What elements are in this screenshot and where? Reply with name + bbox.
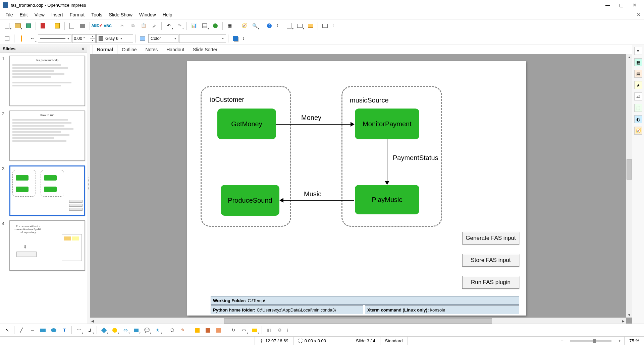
block-arrows-button[interactable]: ⬄ bbox=[120, 325, 130, 335]
area-button[interactable] bbox=[138, 33, 148, 44]
ellipse-tool-button[interactable] bbox=[49, 325, 59, 335]
export-pdf-button[interactable] bbox=[38, 21, 48, 31]
help-button[interactable]: ? bbox=[264, 21, 274, 31]
from-file-button[interactable] bbox=[203, 325, 213, 335]
new-doc-button[interactable] bbox=[2, 21, 12, 31]
print-preview-button[interactable] bbox=[67, 21, 77, 31]
print-button[interactable] bbox=[77, 21, 88, 31]
line-fill-toolbar-overflow[interactable]: ⁞ bbox=[241, 33, 246, 44]
text-tool-button[interactable]: T bbox=[59, 325, 69, 335]
arrange-button[interactable] bbox=[2, 33, 12, 44]
cut-button[interactable]: ✂ bbox=[117, 21, 127, 31]
minimize-button[interactable]: — bbox=[601, 1, 614, 9]
arrow-payment-status[interactable] bbox=[387, 139, 387, 184]
slide-thumb-2[interactable]: 2 How to run bbox=[2, 111, 85, 161]
spellcheck-button[interactable]: ABC✔ bbox=[92, 21, 102, 31]
custom-animation-icon[interactable]: ★ bbox=[634, 81, 642, 89]
activity-play-music[interactable]: PlayMusic bbox=[355, 185, 419, 214]
line-width-spinner[interactable]: 0.00 " ▲▼ bbox=[72, 34, 96, 43]
vertical-scroll-thumb[interactable] bbox=[627, 159, 632, 180]
run-fas-plugin-button[interactable]: Run FAS plugin bbox=[462, 276, 519, 289]
arrow-style-button[interactable]: ↔ bbox=[27, 33, 37, 44]
slide-canvas[interactable]: ioCustomer musicSource GetMoney MonitorP… bbox=[90, 54, 632, 324]
properties-pane-icon[interactable]: ▦ bbox=[634, 58, 642, 66]
maximize-button[interactable]: ▢ bbox=[614, 1, 628, 9]
auto-spellcheck-button[interactable]: ABC bbox=[103, 21, 113, 31]
menu-file[interactable]: File bbox=[2, 11, 16, 19]
slide-page[interactable]: ioCustomer musicSource GetMoney MonitorP… bbox=[187, 61, 526, 316]
xterm-command-field[interactable]: Xterm command (Linux only): konsole bbox=[365, 305, 519, 314]
slide-thumb-3[interactable]: 3 bbox=[2, 165, 85, 216]
gallery-icon[interactable]: ◐ bbox=[634, 115, 642, 123]
styles-icon[interactable]: ⬚ bbox=[634, 104, 642, 112]
fill-mode-select[interactable]: Color ▾ bbox=[148, 34, 178, 43]
menu-window[interactable]: Window bbox=[136, 11, 159, 19]
arrow-tool-button[interactable]: → bbox=[27, 325, 37, 335]
line-color-button[interactable] bbox=[16, 33, 26, 44]
activity-get-money[interactable]: GetMoney bbox=[217, 109, 276, 139]
close-window-button[interactable]: ✕ bbox=[628, 1, 641, 9]
activity-produce-sound[interactable]: ProduceSound bbox=[221, 185, 279, 216]
arrange-button-2[interactable] bbox=[250, 325, 260, 335]
rotate-button[interactable]: ↻ bbox=[228, 325, 238, 335]
menu-view[interactable]: View bbox=[31, 11, 48, 19]
generate-fas-input-button[interactable]: Generate FAS input bbox=[462, 232, 519, 245]
basic-shapes-button[interactable] bbox=[99, 325, 109, 335]
slides-list[interactable]: 1 fas_frontend.odp 2 How to run bbox=[0, 53, 87, 324]
save-button[interactable] bbox=[23, 21, 34, 31]
stars-button[interactable]: ★ bbox=[153, 325, 163, 335]
redo-button[interactable]: ↷ bbox=[174, 21, 184, 31]
arrow-money-label[interactable]: Money bbox=[301, 114, 321, 122]
navigator-icon[interactable]: 🧭 bbox=[634, 127, 642, 135]
arrow-music-label[interactable]: Music bbox=[304, 190, 321, 198]
horizontal-scroll-thumb[interactable] bbox=[224, 318, 492, 324]
spin-down[interactable]: ▼ bbox=[90, 39, 95, 43]
start-slideshow-button[interactable] bbox=[320, 21, 330, 31]
slide-thumb-4[interactable]: 4 For demos without a connection to a Sy… bbox=[2, 220, 85, 271]
interaction-button[interactable]: ⚙ bbox=[275, 325, 285, 335]
slide-thumb-1[interactable]: 1 fas_frontend.odp bbox=[2, 56, 85, 106]
arrow-music[interactable] bbox=[280, 200, 354, 201]
arrow-payment-status-label[interactable]: PaymentStatus bbox=[393, 154, 438, 162]
view-tab-notes[interactable]: Notes bbox=[141, 45, 162, 54]
alignment-button[interactable]: ▭ bbox=[239, 325, 249, 335]
select-tool-button[interactable]: ↖ bbox=[2, 325, 12, 335]
fill-color-select[interactable]: ▾ bbox=[179, 34, 226, 43]
zoom-percent[interactable]: 75 % bbox=[625, 337, 644, 345]
menu-slide-show[interactable]: Slide Show bbox=[106, 11, 136, 19]
view-tab-slide-sorter[interactable]: Slide Sorter bbox=[189, 45, 222, 54]
open-button[interactable] bbox=[13, 21, 23, 31]
status-slide-number[interactable]: Slide 3 / 4 bbox=[351, 337, 380, 345]
flowchart-button[interactable] bbox=[131, 325, 141, 335]
presentation-toolbar-overflow[interactable]: ⁞ bbox=[331, 21, 335, 31]
format-paintbrush-button[interactable]: 🖌 bbox=[149, 21, 159, 31]
slides-panel-close-icon[interactable]: × bbox=[82, 46, 84, 51]
menu-insert[interactable]: Insert bbox=[48, 11, 66, 19]
glue-points-button[interactable]: ✎ bbox=[178, 325, 188, 335]
drawing-toolbar-overflow[interactable]: ⁞ bbox=[285, 325, 290, 335]
undo-button[interactable]: ↶ bbox=[164, 21, 174, 31]
spin-up[interactable]: ▲ bbox=[90, 34, 95, 39]
line-tool-button[interactable]: ╱ bbox=[16, 325, 26, 335]
menu-format[interactable]: Format bbox=[66, 11, 88, 19]
slide-design-button[interactable] bbox=[306, 21, 316, 31]
view-tab-outline[interactable]: Outline bbox=[117, 45, 141, 54]
zoom-slider[interactable]: − + bbox=[557, 337, 625, 345]
zoom-button[interactable]: 🔍 bbox=[250, 21, 260, 31]
shadow-button[interactable] bbox=[230, 33, 240, 44]
hyperlink-button[interactable] bbox=[210, 21, 220, 31]
connector-tool-button[interactable]: ⅃ bbox=[85, 325, 95, 335]
line-color-select[interactable]: Gray 6 ▾ bbox=[96, 34, 133, 43]
group-music-source-label[interactable]: musicSource bbox=[350, 96, 389, 104]
slide-transition-icon[interactable]: ⇄ bbox=[634, 92, 642, 100]
edit-file-button[interactable] bbox=[52, 21, 62, 31]
grid-button[interactable]: ▦ bbox=[225, 21, 235, 31]
vertical-scrollbar[interactable]: ▲ ▼ bbox=[626, 54, 632, 318]
working-folder-field[interactable]: Working Folder: C:\Temp\ bbox=[211, 296, 519, 305]
navigator-button[interactable]: 🧭 bbox=[239, 21, 249, 31]
status-page-style[interactable]: Standard bbox=[380, 337, 408, 345]
rectangle-tool-button[interactable] bbox=[38, 325, 48, 335]
gallery-button[interactable] bbox=[214, 325, 224, 335]
menu-help[interactable]: Help bbox=[159, 11, 176, 19]
close-document-button[interactable]: ✕ bbox=[635, 11, 642, 18]
